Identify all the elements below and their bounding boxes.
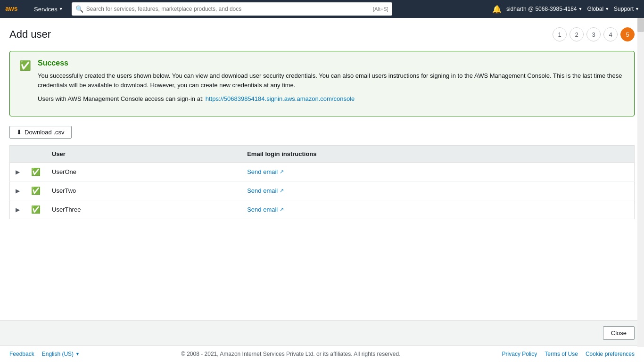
- user-label: sidharth @ 5068-3985-4184: [506, 6, 577, 12]
- footer-copyright: © 2008 - 2021, Amazon Internet Services …: [181, 351, 401, 357]
- page-header: Add user 1 2 3 4 5: [9, 27, 635, 41]
- privacy-policy-link[interactable]: Privacy Policy: [502, 351, 537, 357]
- close-button-wrapper: Close: [0, 320, 644, 346]
- send-email-cell: Send email ↗: [241, 181, 634, 200]
- scrollbar-thumb[interactable]: [637, 18, 644, 32]
- bell-icon: 🔔: [492, 5, 502, 14]
- signin-url-link[interactable]: https://506839854184.signin.aws.amazon.c…: [206, 95, 355, 102]
- search-input[interactable]: [86, 6, 370, 12]
- page-title: Add user: [9, 28, 51, 41]
- table-row: ▶ ✅ UserOne Send email ↗: [10, 162, 635, 181]
- feedback-link[interactable]: Feedback: [9, 351, 34, 357]
- search-icon: 🔍: [75, 5, 83, 13]
- check-col-header: [25, 145, 46, 162]
- expand-arrow-cell[interactable]: ▶: [10, 162, 26, 181]
- language-label: English (US): [42, 351, 74, 357]
- scrollbar-track[interactable]: [637, 18, 644, 347]
- table-row: ▶ ✅ UserThree Send email ↗: [10, 200, 635, 219]
- nav-right: 🔔 sidharth @ 5068-3985-4184 ▼ Global ▼ S…: [492, 5, 639, 14]
- step-1[interactable]: 1: [553, 27, 567, 41]
- global-chevron-icon: ▼: [605, 7, 609, 11]
- page-footer: Feedback English (US) ▼ © 2008 - 2021, A…: [0, 346, 644, 362]
- main-content: Add user 1 2 3 4 5 ✅ Success You success…: [0, 18, 644, 320]
- top-navigation: aws Services ▼ 🔍 [Alt+S] 🔔 sidharth @ 50…: [0, 0, 644, 18]
- user-col-header: User: [46, 145, 241, 162]
- svg-text:aws: aws: [5, 5, 18, 12]
- close-button[interactable]: Close: [603, 326, 635, 340]
- user-name-cell: UserOne: [46, 162, 241, 181]
- row-check-cell: ✅: [25, 162, 46, 181]
- expand-arrow-cell[interactable]: ▶: [10, 181, 26, 200]
- step-5[interactable]: 5: [620, 27, 635, 41]
- user-table: User Email login instructions ▶ ✅ UserOn…: [9, 145, 635, 219]
- table-header-row: User Email login instructions: [10, 145, 635, 162]
- success-content: Success You successfully created the use…: [38, 59, 625, 108]
- download-icon: ⬇: [17, 129, 22, 136]
- success-title: Success: [38, 59, 625, 67]
- send-email-cell: Send email ↗: [241, 200, 634, 219]
- global-label: Global: [587, 6, 603, 12]
- send-email-link[interactable]: Send email ↗: [247, 206, 284, 213]
- cookie-preferences-link[interactable]: Cookie preferences: [586, 351, 635, 357]
- step-2[interactable]: 2: [570, 27, 584, 41]
- support-chevron-icon: ▼: [635, 7, 639, 11]
- external-link-icon: ↗: [280, 188, 284, 194]
- send-email-link[interactable]: Send email ↗: [247, 168, 284, 175]
- search-bar: 🔍 [Alt+S]: [72, 2, 392, 16]
- footer-left: Feedback English (US) ▼: [9, 351, 80, 357]
- success-signin: Users with AWS Management Console access…: [38, 94, 625, 104]
- download-csv-button[interactable]: ⬇ Download .csv: [9, 126, 72, 139]
- send-email-link[interactable]: Send email ↗: [247, 187, 284, 194]
- services-chevron-icon: ▼: [59, 7, 63, 11]
- expand-icon[interactable]: ▶: [16, 188, 20, 194]
- language-selector[interactable]: English (US) ▼: [42, 351, 80, 357]
- success-body: You successfully created the users shown…: [38, 71, 625, 90]
- footer-right: Privacy Policy Terms of Use Cookie prefe…: [502, 351, 635, 357]
- user-menu-button[interactable]: sidharth @ 5068-3985-4184 ▼: [506, 6, 583, 12]
- expand-icon[interactable]: ▶: [16, 169, 20, 175]
- row-success-icon: ✅: [31, 206, 41, 214]
- success-banner: ✅ Success You successfully created the u…: [9, 51, 635, 116]
- signin-label: Users with AWS Management Console access…: [38, 95, 204, 102]
- table-row: ▶ ✅ UserTwo Send email ↗: [10, 181, 635, 200]
- success-icon: ✅: [19, 60, 31, 108]
- global-menu-button[interactable]: Global ▼: [587, 6, 609, 12]
- expand-col-header: [10, 145, 26, 162]
- step-indicators: 1 2 3 4 5: [553, 27, 635, 41]
- search-shortcut: [Alt+S]: [373, 6, 388, 12]
- row-success-icon: ✅: [31, 168, 41, 176]
- external-link-icon: ↗: [280, 206, 284, 213]
- row-check-cell: ✅: [25, 200, 46, 219]
- support-menu-button[interactable]: Support ▼: [614, 6, 639, 12]
- external-link-icon: ↗: [280, 169, 284, 175]
- step-3[interactable]: 3: [586, 27, 601, 41]
- expand-icon[interactable]: ▶: [16, 206, 20, 213]
- row-success-icon: ✅: [31, 187, 41, 195]
- support-label: Support: [614, 6, 634, 12]
- send-email-cell: Send email ↗: [241, 162, 634, 181]
- row-check-cell: ✅: [25, 181, 46, 200]
- language-chevron-icon: ▼: [75, 352, 80, 356]
- download-csv-label: Download .csv: [25, 129, 65, 136]
- user-name-cell: UserThree: [46, 200, 241, 219]
- user-name-cell: UserTwo: [46, 181, 241, 200]
- aws-logo[interactable]: aws: [5, 3, 23, 15]
- notifications-button[interactable]: 🔔: [492, 5, 502, 14]
- email-col-header: Email login instructions: [241, 145, 634, 162]
- expand-arrow-cell[interactable]: ▶: [10, 200, 26, 219]
- user-chevron-icon: ▼: [578, 7, 583, 11]
- services-menu-button[interactable]: Services ▼: [30, 4, 67, 15]
- terms-of-use-link[interactable]: Terms of Use: [545, 351, 578, 357]
- services-label: Services: [34, 6, 58, 13]
- step-4[interactable]: 4: [603, 27, 618, 41]
